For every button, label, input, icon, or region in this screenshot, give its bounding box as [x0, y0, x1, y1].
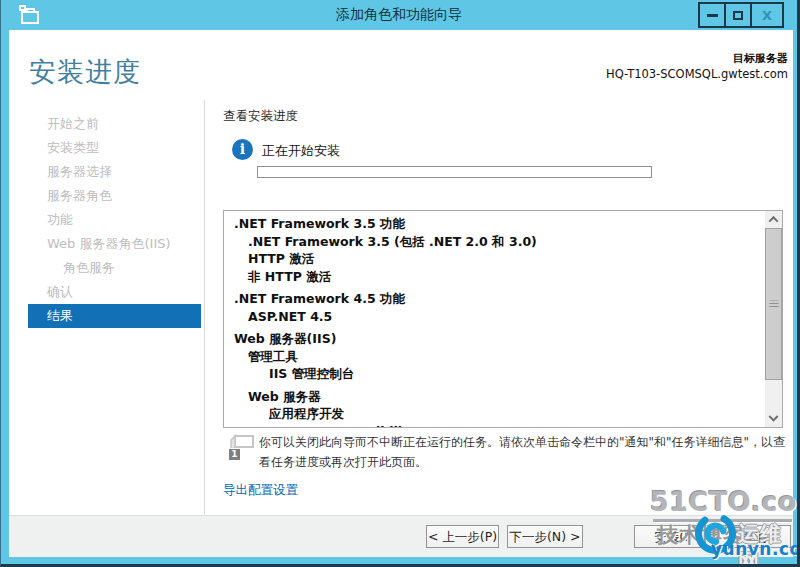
sidebar-item-results[interactable]: 结果 — [28, 304, 201, 328]
cancel-button[interactable]: 取消 — [717, 525, 791, 548]
feature-list-item: HTTP 激活 — [224, 250, 782, 268]
feature-list-item: Web 服务器(IIS) — [224, 330, 782, 348]
target-server-block: 目标服务器 HQ-T103-SCOMSQL.gwtest.com — [606, 51, 788, 81]
sidebar-item-role-services: 角色服务 — [9, 256, 204, 280]
install-button[interactable]: 安装(I) — [634, 525, 713, 548]
feature-list-item: 管理工具 — [224, 348, 782, 366]
scrollbar-thumb[interactable] — [765, 228, 782, 380]
note-text: 你可以关闭此向导而不中断正在运行的任务。请依次单击命令栏中的"通知"和"任务详细… — [259, 433, 786, 472]
minimize-button[interactable] — [698, 2, 726, 28]
footer-bar: < 上一步(P) 下一步(N) > 安装(I) 取消 — [9, 515, 793, 557]
target-server-value: HQ-T103-SCOMSQL.gwtest.com — [606, 67, 788, 81]
scroll-down-button[interactable] — [765, 411, 782, 427]
info-icon: i — [232, 139, 253, 160]
target-server-label: 目标服务器 — [606, 51, 788, 66]
feature-list-item: 应用程序开发 — [224, 405, 782, 423]
sidebar-divider — [204, 100, 205, 544]
minimize-icon — [707, 14, 718, 17]
feature-list-item: .NET Framework 3.5 (包括 .NET 2.0 和 3.0) — [224, 233, 782, 251]
export-configuration-link[interactable]: 导出配置设置 — [223, 482, 298, 499]
sidebar-item-before-you-begin: 开始之前 — [9, 112, 204, 136]
wizard-window: 添加角色和功能向导 X 安装进度 目标服务器 HQ-T103-SCOMSQL.g… — [0, 0, 800, 567]
wizard-nav: 开始之前 安装类型 服务器选择 服务器角色 功能 Web 服务器角色(IIS) … — [9, 112, 204, 328]
page-title: 安装进度 — [29, 54, 141, 90]
sidebar-item-server-roles: 服务器角色 — [9, 184, 204, 208]
scrollbar-grip-icon — [769, 301, 778, 308]
maximize-icon — [733, 11, 743, 20]
progress-bar — [257, 166, 652, 178]
sidebar-item-server-selection: 服务器选择 — [9, 160, 204, 184]
scroll-up-button[interactable] — [765, 211, 782, 227]
feature-list-item: .NET Framework 3.5 功能 — [224, 215, 782, 233]
window-controls: X — [698, 2, 784, 28]
feature-list-item: IIS 管理控制台 — [224, 365, 782, 383]
feature-list-item: .NET Framework 4.5 功能 — [224, 290, 782, 308]
sidebar-item-web-server-role-iis: Web 服务器角色(IIS) — [9, 232, 204, 256]
install-status-text: 正在开始安装 — [262, 142, 340, 160]
feature-list-item: ASP.NET 4.5 — [224, 308, 782, 326]
titlebar[interactable]: 添加角色和功能向导 X — [1, 0, 797, 30]
next-button[interactable]: 下一步(N) > — [507, 525, 583, 548]
task-count-badge: 1 — [228, 448, 241, 461]
client-area: 安装进度 目标服务器 HQ-T103-SCOMSQL.gwtest.com 开始… — [9, 30, 793, 557]
section-label: 查看安装进度 — [223, 108, 298, 125]
feature-list-item: 非 HTTP 激活 — [224, 268, 782, 286]
close-icon: X — [762, 8, 772, 23]
feature-list-item: Web 服务器 — [224, 388, 782, 406]
sidebar-item-features: 功能 — [9, 208, 204, 232]
notification-flag-icon: 1 — [228, 434, 255, 463]
chevron-down-icon — [769, 411, 779, 421]
list-scrollbar[interactable] — [765, 211, 782, 427]
maximize-button[interactable] — [724, 2, 752, 28]
feature-progress-list[interactable]: .NET Framework 3.5 功能 .NET Framework 3.5… — [223, 210, 783, 428]
chevron-up-icon — [769, 215, 779, 225]
feature-list-item: .NET Extensibility 3.5 — [224, 423, 782, 429]
sidebar-item-installation-type: 安装类型 — [9, 136, 204, 160]
window-title: 添加角色和功能向导 — [1, 6, 797, 24]
close-button[interactable]: X — [750, 2, 784, 28]
sidebar-item-confirmation: 确认 — [9, 280, 204, 304]
previous-button[interactable]: < 上一步(P) — [426, 525, 499, 548]
